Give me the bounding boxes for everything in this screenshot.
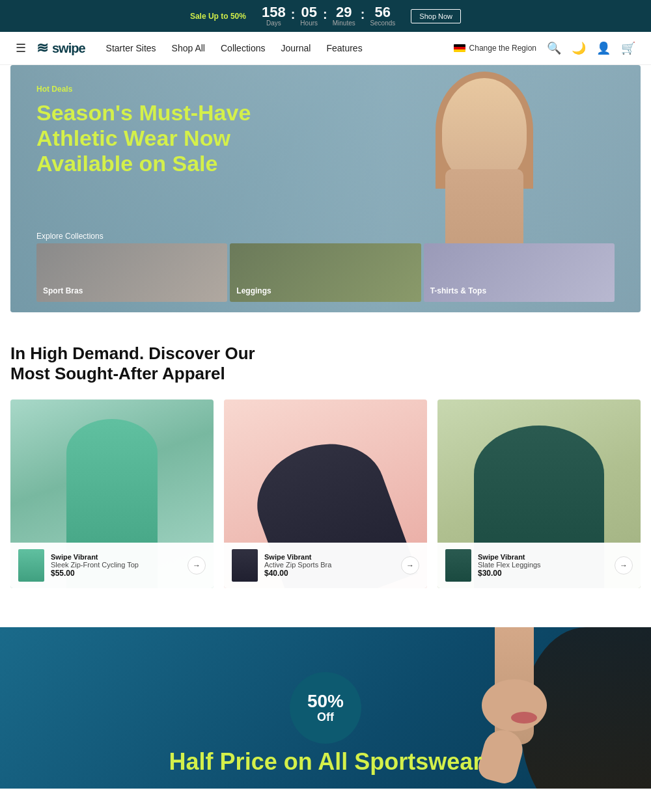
product-info-1: Swipe Vibrant Sleek Zip-Front Cycling To… xyxy=(10,543,214,588)
collection-sport-bras[interactable]: Sport Bras xyxy=(36,243,227,302)
logo[interactable]: ≋ swipe xyxy=(36,40,85,57)
tshirts-label: T-shirts & Tops xyxy=(430,286,486,295)
nav-features[interactable]: Features xyxy=(326,43,362,53)
product-card-1[interactable]: Swipe Vibrant Sleek Zip-Front Cycling To… xyxy=(10,399,214,588)
hero-title: Season's Must-Have Athletic Wear Now Ava… xyxy=(36,100,284,176)
product-brand-3: Swipe Vibrant xyxy=(478,553,608,561)
top-banner: Sale Up to 50% 158 Days : 05 Hours : 29 … xyxy=(0,0,651,32)
countdown-hours: 05 Hours xyxy=(300,5,318,27)
promo-chin xyxy=(482,679,547,731)
promo-text: Half Price on All Sportswear xyxy=(0,748,651,776)
sale-text: Sale Up to 50% xyxy=(190,12,246,21)
promo-section: 50% Off Half Price on All Sportswear xyxy=(0,627,651,789)
promo-title: Half Price on All Sportswear xyxy=(0,748,651,776)
promo-circle: 50% Off xyxy=(290,672,361,744)
sport-bras-label: Sport Bras xyxy=(43,286,83,295)
product-info-3: Swipe Vibrant Slate Flex Leggings $30.00… xyxy=(437,543,641,588)
moon-icon[interactable]: 🌙 xyxy=(572,41,586,55)
logo-text: swipe xyxy=(52,41,85,56)
nav-starter-sites[interactable]: Starter Sites xyxy=(106,43,156,53)
hamburger-icon[interactable]: ☰ xyxy=(16,41,26,55)
region-selector[interactable]: Change the Region xyxy=(454,44,536,53)
product-card-2[interactable]: Swipe Vibrant Active Zip Sports Bra $40.… xyxy=(224,399,427,588)
hero-content: Hot Deals Season's Must-Have Athletic We… xyxy=(36,85,284,176)
hero-banner: Hot Deals Season's Must-Have Athletic We… xyxy=(10,65,641,312)
product-details-2: Swipe Vibrant Active Zip Sports Bra $40.… xyxy=(264,553,395,578)
cart-icon[interactable]: 🛒 xyxy=(621,41,635,55)
nav-journal[interactable]: Journal xyxy=(281,43,311,53)
sep1: : xyxy=(291,7,296,22)
product-thumbnail-2 xyxy=(232,549,258,582)
product-arrow-1[interactable]: → xyxy=(187,556,206,575)
product-name-1: Sleek Zip-Front Cycling Top xyxy=(51,561,181,569)
product-card-3[interactable]: Swipe Vibrant Slate Flex Leggings $30.00… xyxy=(437,399,641,588)
collection-cards: Sport Bras Leggings T-shirts & Tops xyxy=(36,243,615,302)
product-price-1: $55.00 xyxy=(51,569,181,578)
region-label: Change the Region xyxy=(469,44,536,53)
flag-icon xyxy=(454,44,465,52)
hot-deals-label: Hot Deals xyxy=(36,85,284,94)
user-icon[interactable]: 👤 xyxy=(596,41,611,55)
logo-icon: ≋ xyxy=(36,40,48,57)
product-arrow-3[interactable]: → xyxy=(615,556,633,575)
high-demand-section: In High Demand. Discover Our Most Sought… xyxy=(0,318,651,601)
product-price-2: $40.00 xyxy=(264,569,395,578)
face xyxy=(442,78,527,182)
promo-off: Off xyxy=(317,710,334,724)
collection-leggings[interactable]: Leggings xyxy=(230,243,421,302)
product-brand-1: Swipe Vibrant xyxy=(51,553,181,561)
sep3: : xyxy=(361,7,365,22)
collection-tshirts[interactable]: T-shirts & Tops xyxy=(424,243,615,302)
promo-percent: 50% xyxy=(307,692,344,710)
product-brand-2: Swipe Vibrant xyxy=(264,553,395,561)
shop-now-button[interactable]: Shop Now xyxy=(411,9,461,23)
product-price-3: $30.00 xyxy=(478,569,608,578)
product-details-3: Swipe Vibrant Slate Flex Leggings $30.00 xyxy=(478,553,608,578)
product-name-2: Active Zip Sports Bra xyxy=(264,561,395,569)
countdown-minutes: 29 Minutes xyxy=(333,5,355,27)
section-title: In High Demand. Discover Our Most Sought… xyxy=(10,344,284,384)
leggings-label: Leggings xyxy=(236,286,271,295)
nav-shop-all[interactable]: Shop All xyxy=(172,43,205,53)
product-details-1: Swipe Vibrant Sleek Zip-Front Cycling To… xyxy=(51,553,181,578)
product-grid: Swipe Vibrant Sleek Zip-Front Cycling To… xyxy=(10,399,641,588)
product-name-3: Slate Flex Leggings xyxy=(478,561,608,569)
nav-right: Change the Region 🔍 🌙 👤 🛒 xyxy=(454,41,635,55)
navbar: ☰ ≋ swipe Starter Sites Shop All Collect… xyxy=(0,32,651,65)
product-info-2: Swipe Vibrant Active Zip Sports Bra $40.… xyxy=(224,543,427,588)
countdown: 158 Days : 05 Hours : 29 Minutes : 56 Se… xyxy=(262,5,395,27)
product-arrow-2[interactable]: → xyxy=(401,556,419,575)
product-thumbnail-3 xyxy=(445,549,471,582)
nav-links: Starter Sites Shop All Collections Journ… xyxy=(106,43,449,53)
explore-collections-label: Explore Collections xyxy=(36,232,104,241)
countdown-seconds: 56 Seconds xyxy=(370,5,395,27)
sep2: : xyxy=(323,7,327,22)
product-thumbnail-1 xyxy=(18,549,44,582)
search-icon[interactable]: 🔍 xyxy=(547,41,561,55)
nav-collections[interactable]: Collections xyxy=(221,43,265,53)
countdown-days: 158 Days xyxy=(262,5,286,27)
